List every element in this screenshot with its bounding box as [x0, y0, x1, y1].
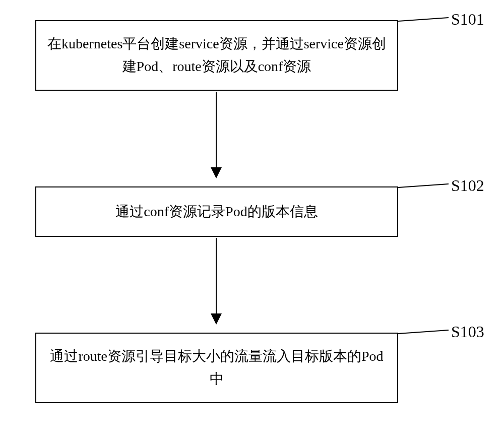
step-label-2: S102: [451, 176, 484, 195]
step-box-2: 通过conf资源记录Pod的版本信息: [35, 186, 398, 237]
step-label-1: S101: [451, 10, 484, 29]
step-text-3: 通过route资源引导目标大小的流量流入目标版本的Pod中: [46, 345, 387, 391]
step-box-1: 在kubernetes平台创建service资源，并通过service资源创建P…: [35, 20, 398, 91]
flowchart-container: 在kubernetes平台创建service资源，并通过service资源创建P…: [0, 0, 504, 444]
step-label-3: S103: [451, 323, 484, 341]
arrow-1-to-2: [216, 92, 217, 177]
leader-line-2: [398, 184, 449, 187]
leader-line-3: [398, 330, 449, 334]
arrow-2-to-3: [216, 238, 217, 324]
step-text-2: 通过conf资源记录Pod的版本信息: [115, 201, 318, 223]
arrowhead-icon: [211, 167, 222, 178]
step-text-1: 在kubernetes平台创建service资源，并通过service资源创建P…: [46, 33, 387, 78]
arrowhead-icon: [211, 313, 222, 325]
step-box-3: 通过route资源引导目标大小的流量流入目标版本的Pod中: [35, 333, 398, 403]
leader-line-1: [398, 18, 449, 21]
